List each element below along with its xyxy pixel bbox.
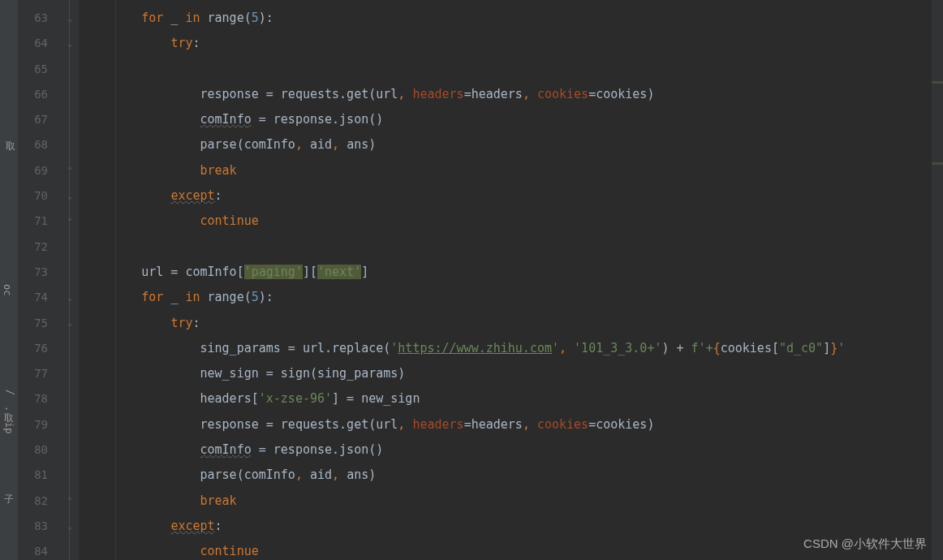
- line-number[interactable]: 78: [18, 386, 48, 411]
- tool-window-bar[interactable]: 取 oc / 取. ip 子: [0, 0, 18, 560]
- fold-column[interactable]: ⌄⌄⌃⌄⌃⌄⌄⌃⌄: [62, 0, 79, 560]
- fold-chevron-icon[interactable]: ⌄: [64, 520, 75, 532]
- line-number[interactable]: 76: [18, 336, 48, 361]
- line-number[interactable]: 64: [18, 31, 48, 56]
- code-line[interactable]: comInfo = response.json(): [79, 107, 943, 132]
- line-number[interactable]: 63: [18, 6, 48, 31]
- fold-end-icon[interactable]: ⌃: [64, 495, 75, 506]
- code-line[interactable]: [79, 57, 943, 82]
- line-number[interactable]: 83: [18, 514, 48, 539]
- line-number[interactable]: 70: [18, 183, 48, 209]
- line-number[interactable]: 67: [18, 107, 48, 132]
- line-number[interactable]: 74: [18, 285, 48, 310]
- fold-end-icon[interactable]: ⌃: [64, 215, 75, 226]
- code-line[interactable]: [79, 235, 943, 260]
- code-line[interactable]: except:: [79, 183, 943, 209]
- code-editor[interactable]: 6364656667686970717273747576777879808182…: [18, 0, 943, 560]
- code-line[interactable]: url = comInfo['paging']['next']: [79, 260, 943, 285]
- code-line[interactable]: except:: [79, 514, 943, 539]
- code-line[interactable]: response = requests.get(url, headers=hea…: [79, 412, 943, 437]
- code-line[interactable]: parse(comInfo, aid, ans): [79, 463, 943, 488]
- sidebar-label: /: [5, 390, 16, 395]
- code-line[interactable]: try:: [79, 31, 943, 56]
- line-number[interactable]: 71: [18, 209, 48, 234]
- line-number[interactable]: 72: [18, 235, 48, 260]
- code-line[interactable]: new_sign = sign(sing_params): [79, 361, 943, 386]
- line-number-gutter[interactable]: 6364656667686970717273747576777879808182…: [18, 0, 62, 560]
- line-number[interactable]: 69: [18, 158, 48, 183]
- line-number[interactable]: 65: [18, 57, 48, 82]
- fold-chevron-icon[interactable]: ⌄: [64, 291, 75, 303]
- code-line[interactable]: continue: [79, 209, 943, 234]
- line-number[interactable]: 80: [18, 437, 48, 463]
- line-number[interactable]: 75: [18, 311, 48, 336]
- code-line[interactable]: for _ in range(5):: [79, 6, 943, 31]
- sidebar-label: 取.: [2, 406, 15, 411]
- code-line[interactable]: for _ in range(5):: [79, 285, 943, 310]
- line-number[interactable]: 66: [18, 82, 48, 107]
- line-number[interactable]: 68: [18, 132, 48, 157]
- line-number[interactable]: 84: [18, 539, 48, 560]
- line-number[interactable]: 77: [18, 361, 48, 386]
- code-line[interactable]: parse(comInfo, aid, ans): [79, 132, 943, 157]
- scrollbar-minimap[interactable]: [932, 0, 943, 560]
- sidebar-label: ip: [3, 422, 15, 433]
- fold-chevron-icon[interactable]: ⌄: [64, 190, 75, 201]
- fold-chevron-icon[interactable]: ⌄: [64, 12, 75, 24]
- code-line[interactable]: break: [79, 489, 943, 514]
- line-number[interactable]: 82: [18, 489, 48, 514]
- line-number[interactable]: 73: [18, 260, 48, 285]
- sidebar-label: oc: [2, 284, 13, 295]
- code-content[interactable]: for _ in range(5): try: response = reque…: [79, 0, 943, 560]
- code-line[interactable]: headers['x-zse-96'] = new_sign: [79, 386, 943, 411]
- code-line[interactable]: try:: [79, 311, 943, 336]
- code-line[interactable]: response = requests.get(url, headers=hea…: [79, 82, 943, 107]
- code-line[interactable]: comInfo = response.json(): [79, 437, 943, 463]
- code-line[interactable]: sing_params = url.replace('https://www.z…: [79, 336, 943, 361]
- watermark-text: CSDN @小软件大世界: [803, 536, 927, 552]
- code-line[interactable]: break: [79, 158, 943, 183]
- line-number[interactable]: 79: [18, 412, 48, 437]
- fold-end-icon[interactable]: ⌃: [64, 165, 75, 176]
- line-number[interactable]: 81: [18, 463, 48, 488]
- fold-chevron-icon[interactable]: ⌄: [64, 317, 75, 329]
- fold-chevron-icon[interactable]: ⌄: [64, 37, 75, 49]
